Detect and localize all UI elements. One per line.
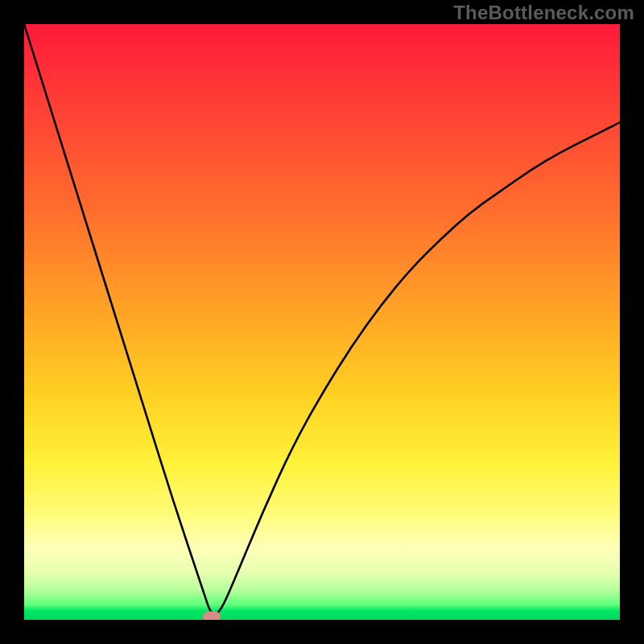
chart-frame: TheBottleneck.com [0, 0, 644, 644]
bottleneck-curve [24, 24, 620, 614]
curve-layer [24, 24, 620, 620]
optimal-point-marker [203, 612, 221, 620]
plot-area [24, 24, 620, 620]
watermark-text: TheBottleneck.com [453, 2, 634, 24]
